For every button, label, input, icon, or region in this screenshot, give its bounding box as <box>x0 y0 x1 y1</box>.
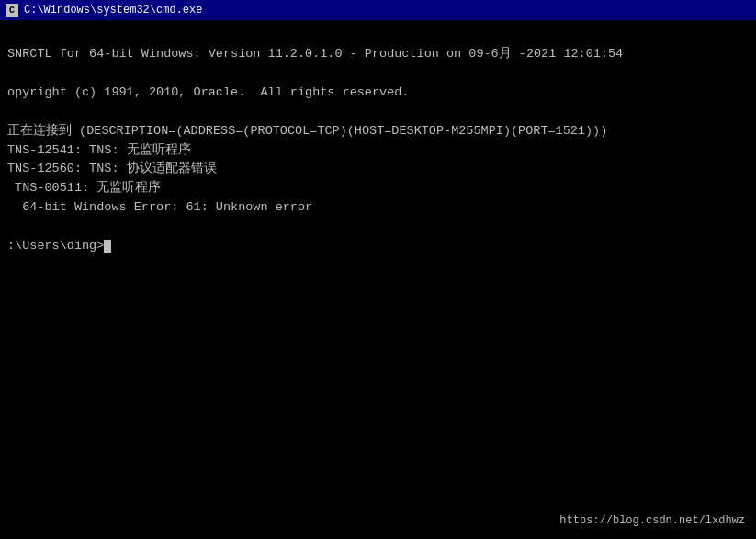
console-line: opyright (c) 1991, 2010, Oracle. All rig… <box>7 84 749 103</box>
console-line: SNRCTL for 64-bit Windows: Version 11.2.… <box>7 45 749 64</box>
console-line: TNS-12560: TNS: 协议适配器错误 <box>7 160 749 179</box>
console-body[interactable]: SNRCTL for 64-bit Windows: Version 11.2.… <box>0 20 756 539</box>
title-bar: C C:\Windows\system32\cmd.exe <box>0 0 756 20</box>
console-line <box>7 26 749 45</box>
console-line <box>7 103 749 122</box>
console-line <box>7 64 749 84</box>
title-bar-text: C:\Windows\system32\cmd.exe <box>24 4 202 17</box>
console-line <box>7 218 749 237</box>
console-output: SNRCTL for 64-bit Windows: Version 11.2.… <box>7 26 749 256</box>
console-line: 正在连接到 (DESCRIPTION=(ADDRESS=(PROTOCOL=TC… <box>7 122 749 141</box>
cursor <box>104 240 111 253</box>
console-line: TNS-00511: 无监听程序 <box>7 179 749 198</box>
cmd-icon: C <box>6 4 18 17</box>
watermark: https://blog.csdn.net/lxdhwz <box>559 512 745 530</box>
console-line: :\Users\ding> <box>7 237 749 256</box>
console-line: 64-bit Windows Error: 61: Unknown error <box>7 198 749 218</box>
console-line: TNS-12541: TNS: 无监听程序 <box>7 141 749 161</box>
